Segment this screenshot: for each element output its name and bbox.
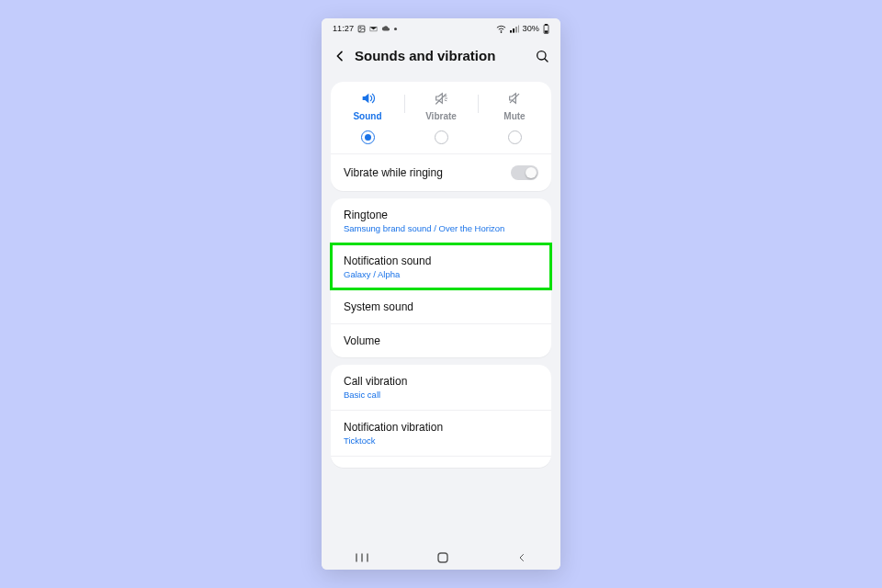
mode-label: Sound [353,111,381,121]
volume-title: Volume [344,334,538,347]
status-left: 11:27 [333,24,397,33]
status-time: 11:27 [333,24,354,33]
status-battery-pct: 30% [523,24,539,33]
cloud-icon [381,25,390,32]
call-vibration-item[interactable]: Call vibration Basic call [331,365,551,410]
radio-mute[interactable] [508,130,522,144]
sound-icon [359,91,376,106]
radio-sound[interactable] [361,130,375,144]
more-dot-icon [394,28,397,30]
android-nav-bar [322,546,560,570]
notification-vibration-title: Notification vibration [344,421,538,434]
svg-point-2 [501,31,502,32]
vibrate-icon [433,91,449,106]
sound-mode-selector: Sound Vibrate Mute [331,82,551,153]
titlebar: Sounds and vibration [322,39,560,74]
vibrate-while-ringing-row[interactable]: Vibrate while ringing [331,153,551,191]
sounds-group: Ringtone Samsung brand sound / Over the … [331,198,551,357]
svg-rect-5 [545,30,548,32]
search-icon [535,49,549,63]
notification-vibration-sub: Ticktock [344,435,538,446]
system-sound-title: System sound [344,300,538,313]
svg-line-7 [545,58,548,61]
mode-label: Vibrate [425,111,457,121]
ringtone-item[interactable]: Ringtone Samsung brand sound / Over the … [331,198,551,243]
mute-icon [506,91,523,106]
svg-rect-4 [545,24,547,25]
mode-mute[interactable]: Mute [478,91,551,144]
mode-sound[interactable]: Sound [331,91,404,144]
wifi-icon [496,25,506,33]
status-bar: 11:27 30% [322,18,560,39]
sound-mode-card: Sound Vibrate Mute Vibrate while ringing [331,82,551,191]
notification-sound-sub: Galaxy / Alpha [344,269,538,279]
back-button[interactable] [333,49,347,63]
ringtone-title: Ringtone [344,209,538,221]
signal-icon [510,25,519,33]
vibrate-while-ringing-label: Vibrate while ringing [344,166,443,179]
nav-home[interactable] [436,551,449,564]
cutoff-item[interactable]: • [331,456,551,468]
search-button[interactable] [535,49,549,63]
battery-icon [543,24,549,34]
svg-line-9 [510,94,518,102]
image-icon [357,25,366,33]
mail-icon [369,25,378,33]
back-icon [516,552,527,563]
ringtone-sub: Samsung brand sound / Over the Horizon [344,223,538,233]
mode-vibrate[interactable]: Vibrate [404,91,478,144]
notification-sound-item[interactable]: Notification sound Galaxy / Alpha [331,243,551,289]
system-sound-item[interactable]: System sound [331,289,551,323]
radio-vibrate[interactable] [435,130,448,144]
vibrate-while-ringing-toggle[interactable] [511,165,538,180]
recents-icon [355,552,369,563]
notification-vibration-item[interactable]: Notification vibration Ticktock [331,410,551,456]
svg-rect-13 [438,553,447,562]
svg-point-1 [360,27,362,28]
nav-recents[interactable] [355,552,369,563]
chevron-left-icon [333,49,347,63]
vibration-group: Call vibration Basic call Notification v… [331,365,551,468]
mode-label: Mute [503,111,525,121]
page-title: Sounds and vibration [355,48,527,63]
home-icon [436,551,449,564]
nav-back[interactable] [516,552,527,563]
call-vibration-sub: Basic call [344,390,538,400]
notification-sound-title: Notification sound [344,254,538,267]
call-vibration-title: Call vibration [344,375,538,388]
status-right: 30% [496,24,549,34]
phone-frame: 11:27 30% Sounds and vibration Sound [322,18,560,570]
volume-item[interactable]: Volume [331,323,551,357]
